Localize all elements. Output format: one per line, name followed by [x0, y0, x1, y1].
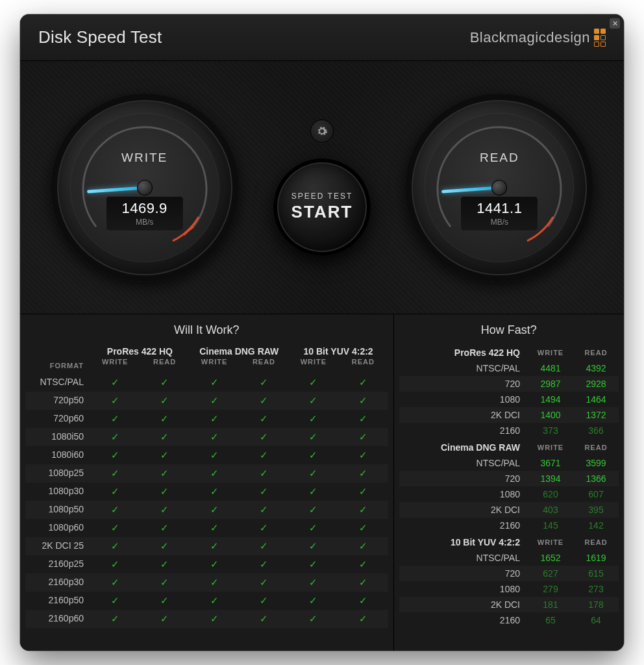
read-gauge: READ 1441.1 MB/s: [405, 94, 593, 282]
check-cell: ✓: [190, 392, 239, 410]
check-cell: ✓: [90, 519, 140, 537]
check-icon: ✓: [359, 395, 367, 406]
check-cell: ✓: [140, 610, 189, 628]
read-header: READ: [140, 358, 189, 373]
check-cell: ✓: [140, 501, 189, 519]
check-icon: ✓: [160, 595, 169, 606]
write-header: WRITE: [528, 438, 573, 455]
fast-write-value: 373: [528, 423, 573, 438]
check-icon: ✓: [160, 540, 169, 551]
check-cell: ✓: [338, 501, 388, 519]
fast-read-value: 607: [573, 486, 619, 502]
format-label: 1080p50: [25, 501, 90, 519]
fast-format-label: 1080: [399, 486, 528, 502]
check-cell: ✓: [289, 501, 338, 519]
format-label: NTSC/PAL: [25, 373, 90, 392]
check-cell: ✓: [338, 519, 388, 537]
check-icon: ✓: [111, 613, 119, 624]
check-icon: ✓: [160, 413, 169, 424]
read-gauge-label: READ: [425, 151, 574, 165]
fast-write-value: 627: [528, 566, 573, 581]
check-icon: ✓: [160, 558, 169, 570]
check-icon: ✓: [210, 613, 219, 624]
fast-write-value: 620: [528, 486, 573, 502]
gear-icon[interactable]: [310, 119, 334, 143]
check-icon: ✓: [359, 468, 367, 479]
check-cell: ✓: [190, 501, 239, 519]
read-unit: MB/s: [491, 218, 508, 227]
start-button[interactable]: SPEED TEST START: [273, 158, 371, 256]
fast-read-value: 178: [573, 597, 619, 612]
fast-codec-header: ProRes 422 HQ: [399, 344, 528, 360]
format-label: 2160p60: [25, 610, 90, 628]
check-icon: ✓: [210, 468, 219, 479]
write-header: WRITE: [528, 344, 573, 360]
read-header: READ: [573, 344, 619, 360]
check-cell: ✓: [90, 483, 140, 501]
format-label: 1080p60: [25, 519, 90, 537]
close-icon[interactable]: ✕: [610, 18, 620, 29]
check-cell: ✓: [239, 428, 288, 446]
write-unit: MB/s: [136, 218, 153, 227]
check-icon: ✓: [111, 486, 119, 497]
check-icon: ✓: [309, 431, 317, 442]
check-icon: ✓: [111, 577, 119, 588]
fast-read-value: 3599: [573, 455, 619, 471]
fast-read-value: 142: [573, 518, 619, 533]
check-icon: ✓: [260, 449, 268, 460]
check-icon: ✓: [111, 540, 119, 551]
fast-write-value: 181: [528, 597, 573, 612]
check-icon: ✓: [309, 504, 317, 515]
check-icon: ✓: [309, 468, 317, 479]
check-cell: ✓: [338, 610, 388, 628]
check-icon: ✓: [210, 377, 219, 388]
fast-read-value: 1366: [573, 471, 619, 486]
tables: Will It Work? ProRes 422 HQCinema DNG RA…: [20, 314, 624, 651]
check-cell: ✓: [190, 592, 239, 610]
check-cell: ✓: [140, 464, 189, 483]
check-icon: ✓: [111, 468, 119, 479]
check-icon: ✓: [260, 595, 268, 606]
check-cell: ✓: [90, 610, 140, 628]
start-button-main: START: [291, 202, 353, 222]
check-cell: ✓: [140, 537, 189, 555]
check-icon: ✓: [111, 449, 119, 460]
check-icon: ✓: [260, 558, 268, 570]
check-icon: ✓: [210, 540, 219, 551]
check-icon: ✓: [210, 449, 219, 460]
check-cell: ✓: [289, 410, 338, 428]
check-icon: ✓: [111, 377, 119, 388]
check-cell: ✓: [338, 428, 388, 446]
check-icon: ✓: [160, 449, 169, 460]
write-gauge-label: WRITE: [70, 151, 219, 165]
check-icon: ✓: [160, 613, 169, 624]
check-cell: ✓: [338, 446, 388, 464]
check-icon: ✓: [160, 504, 169, 515]
check-icon: ✓: [111, 522, 119, 533]
check-cell: ✓: [90, 410, 140, 428]
check-cell: ✓: [239, 519, 288, 537]
check-cell: ✓: [338, 392, 388, 410]
fast-format-label: 2160: [399, 423, 528, 438]
check-cell: ✓: [190, 483, 239, 501]
check-cell: ✓: [338, 555, 388, 573]
check-cell: ✓: [239, 610, 288, 628]
check-cell: ✓: [140, 373, 189, 392]
check-icon: ✓: [160, 468, 169, 479]
check-cell: ✓: [289, 428, 338, 446]
fast-read-value: 1619: [573, 550, 619, 566]
check-cell: ✓: [338, 483, 388, 501]
format-label: 2K DCI 25: [25, 537, 90, 555]
check-cell: ✓: [140, 592, 189, 610]
check-cell: ✓: [289, 392, 338, 410]
check-icon: ✓: [111, 431, 119, 442]
fast-read-value: 64: [573, 612, 619, 628]
fast-write-value: 2987: [528, 376, 573, 392]
check-cell: ✓: [338, 592, 388, 610]
check-cell: ✓: [239, 410, 288, 428]
check-cell: ✓: [338, 573, 388, 592]
check-icon: ✓: [160, 377, 169, 388]
check-icon: ✓: [210, 486, 219, 497]
check-icon: ✓: [210, 595, 219, 606]
check-cell: ✓: [338, 537, 388, 555]
